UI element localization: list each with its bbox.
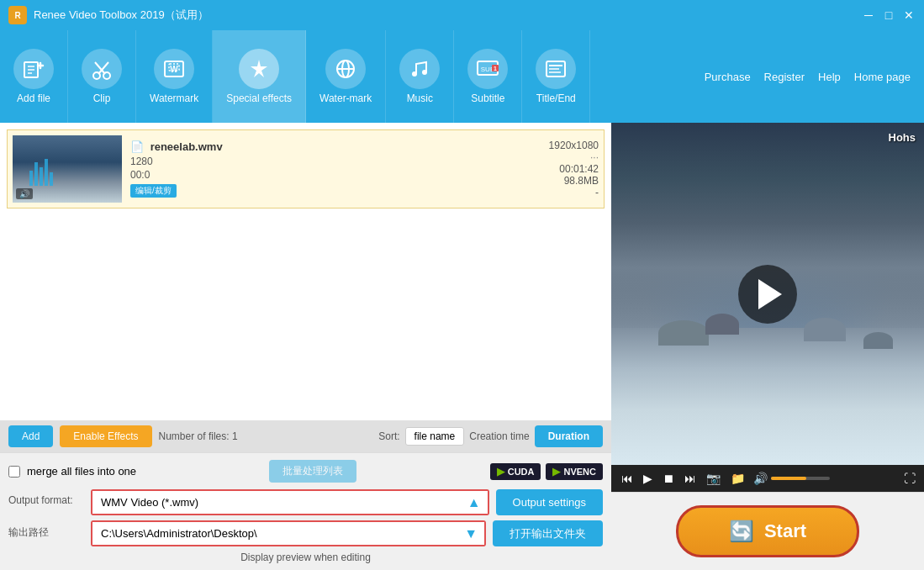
preview-row: Display preview when editing bbox=[8, 552, 603, 563]
folder-button[interactable]: 📁 bbox=[729, 470, 747, 487]
video-preview: Hohs bbox=[611, 123, 924, 465]
subtitle-icon: SUB 1 bbox=[467, 49, 508, 89]
title-bar: R Renee Video Toolbox 2019（试用） ─ □ ✕ bbox=[0, 0, 924, 30]
subtitle-label: Subtitle bbox=[471, 92, 504, 104]
minimize-button[interactable]: ─ bbox=[862, 8, 875, 22]
svg-text:1: 1 bbox=[494, 66, 497, 71]
clip-icon bbox=[82, 49, 122, 89]
register-link[interactable]: Register bbox=[764, 71, 805, 83]
app-title: Renee Video Toolbox 2019（试用） bbox=[34, 8, 862, 23]
watermark-label: Water-mark bbox=[319, 92, 372, 104]
cuda-badge: ▶ CUDA bbox=[490, 463, 541, 480]
merge-checkbox[interactable] bbox=[8, 466, 20, 478]
stop-button[interactable]: ⏹ bbox=[661, 470, 676, 487]
cuda-badges: ▶ CUDA ▶ NVENC bbox=[490, 463, 603, 480]
enable-effects-button[interactable]: Enable Effects bbox=[60, 425, 151, 447]
path-input[interactable] bbox=[92, 522, 484, 545]
toolbar-music[interactable]: Music bbox=[386, 30, 454, 123]
toolbar-special-effects[interactable]: Special effects bbox=[213, 30, 306, 123]
file-info: 📄 reneelab.wmv 1280 00:0 编辑/裁剪 bbox=[130, 140, 541, 198]
add-button[interactable]: Add bbox=[8, 425, 53, 447]
title-end-label: Title/End bbox=[536, 92, 576, 104]
title-end-icon bbox=[536, 49, 576, 89]
batch-btn[interactable]: 批量处理列表 bbox=[269, 460, 356, 483]
open-folder-button[interactable]: 打开输出文件夹 bbox=[493, 520, 603, 546]
toolbar-right: Purchase Register Help Home page bbox=[691, 30, 924, 123]
start-label: Start bbox=[764, 520, 806, 542]
toolbar-watermark[interactable]: Water-mark bbox=[306, 30, 386, 123]
window-controls[interactable]: ─ □ ✕ bbox=[862, 8, 916, 22]
play-button[interactable] bbox=[738, 265, 797, 324]
camera-button[interactable]: 📷 bbox=[705, 470, 722, 487]
preview-label: Display preview when editing bbox=[240, 552, 371, 563]
format-label: Output format: bbox=[8, 489, 84, 515]
path-row: 输出路径 ▼ 打开输出文件夹 bbox=[8, 520, 603, 546]
file-full-duration: 00:01:42 bbox=[549, 163, 599, 175]
main-area: 🔊 📄 reneelab.wmv 1280 00:0 编辑/裁剪 bbox=[0, 123, 924, 570]
format-row: Output format: WMV Video (*.wmv) ▲ Outpu… bbox=[8, 489, 603, 515]
sort-creation-label[interactable]: Creation time bbox=[469, 430, 529, 442]
duration-button[interactable]: Duration bbox=[535, 425, 603, 447]
volume-bar[interactable] bbox=[771, 477, 830, 480]
fullscreen-button[interactable]: ⛶ bbox=[904, 472, 916, 485]
toolbar: Add file Clip W Watermark bbox=[0, 30, 924, 123]
nvenc-label: NVENC bbox=[563, 467, 596, 477]
path-label: 输出路径 bbox=[8, 520, 84, 546]
watermark-main-icon: W bbox=[154, 49, 194, 89]
sort-controls: Sort: file name Creation time Duration bbox=[378, 425, 603, 447]
cuda-label: CUDA bbox=[508, 467, 535, 477]
close-button[interactable]: ✕ bbox=[902, 8, 916, 22]
file-duration-short: 00:0 bbox=[130, 169, 541, 181]
music-label: Music bbox=[407, 92, 433, 104]
file-edit-btn[interactable]: 编辑/裁剪 bbox=[130, 184, 177, 198]
output-section: merge all files into one 批量处理列表 ▶ CUDA ▶… bbox=[0, 452, 611, 570]
svg-point-17 bbox=[412, 71, 417, 77]
cuda-icon: ▶ bbox=[497, 466, 504, 478]
file-count: Number of files: 1 bbox=[159, 430, 238, 442]
home-link[interactable]: Home page bbox=[854, 71, 911, 83]
watermark-main-label: Watermark bbox=[150, 92, 198, 104]
play-pause-button[interactable]: ▶ bbox=[642, 470, 654, 487]
left-panel: 🔊 📄 reneelab.wmv 1280 00:0 编辑/裁剪 bbox=[0, 123, 611, 570]
nvenc-icon: ▶ bbox=[552, 466, 560, 478]
app-logo: R bbox=[8, 6, 27, 24]
toolbar-add-file[interactable]: Add file bbox=[0, 30, 68, 123]
format-select-wrapper: WMV Video (*.wmv) ▲ bbox=[91, 489, 489, 515]
toolbar-subtitle[interactable]: SUB 1 Subtitle bbox=[454, 30, 522, 123]
video-controls: ⏮ ▶ ⏹ ⏭ 📷 📁 🔊 ⛶ bbox=[611, 465, 924, 492]
skip-back-button[interactable]: ⏮ bbox=[620, 470, 635, 487]
svg-point-18 bbox=[422, 70, 427, 75]
watermark-icon bbox=[325, 49, 366, 89]
merge-row: merge all files into one 批量处理列表 ▶ CUDA ▶… bbox=[8, 460, 603, 483]
sort-label: Sort: bbox=[378, 430, 399, 442]
special-effects-icon bbox=[239, 49, 279, 89]
sort-by-name[interactable]: file name bbox=[405, 427, 465, 446]
svg-marker-13 bbox=[251, 60, 267, 77]
refresh-icon: 🔄 bbox=[729, 520, 754, 543]
file-dimensions: 1920x1080 bbox=[549, 140, 599, 151]
special-effects-label: Special effects bbox=[226, 92, 292, 104]
file-right-info: 1920x1080 ··· 00:01:42 98.8MB - bbox=[549, 140, 599, 198]
file-list-area: 🔊 📄 reneelab.wmv 1280 00:0 编辑/裁剪 bbox=[0, 123, 611, 420]
play-triangle-icon bbox=[758, 279, 782, 309]
help-link[interactable]: Help bbox=[818, 71, 841, 83]
file-name: 📄 reneelab.wmv bbox=[130, 140, 541, 153]
svg-text:W: W bbox=[170, 65, 178, 74]
toolbar-clip[interactable]: Clip bbox=[68, 30, 136, 123]
right-panel: Hohs ⏮ ▶ ⏹ ⏭ 📷 📁 🔊 ⛶ 🔄 bbox=[611, 123, 924, 570]
skip-forward-button[interactable]: ⏭ bbox=[683, 470, 698, 487]
maximize-button[interactable]: □ bbox=[882, 8, 895, 22]
purchase-link[interactable]: Purchase bbox=[705, 71, 751, 83]
volume-fill bbox=[771, 477, 806, 480]
nvenc-badge: ▶ NVENC bbox=[546, 463, 603, 480]
file-dash: - bbox=[549, 187, 599, 198]
start-button[interactable]: 🔄 Start bbox=[676, 505, 859, 557]
volume-icon: 🔊 bbox=[753, 472, 768, 485]
file-resolution: 1280 bbox=[130, 156, 541, 167]
video-title: Hohs bbox=[889, 131, 916, 144]
toolbar-title-end[interactable]: Title/End bbox=[522, 30, 590, 123]
format-select[interactable]: WMV Video (*.wmv) bbox=[92, 491, 488, 514]
output-settings-button[interactable]: Output settings bbox=[496, 489, 603, 515]
toolbar-watermark-main[interactable]: W Watermark bbox=[136, 30, 213, 123]
file-more[interactable]: ··· bbox=[549, 151, 599, 163]
